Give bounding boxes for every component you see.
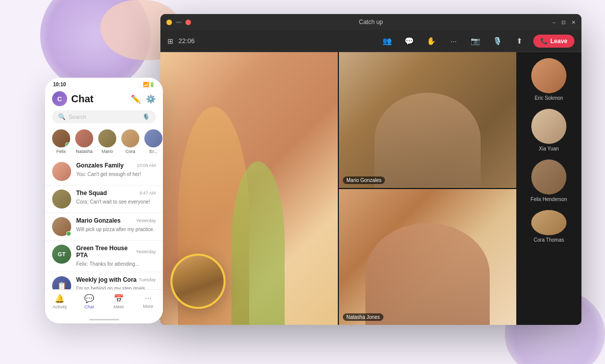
- phone-mockup: 10:10 📶🔋 C Chat ✏️ ⚙️ 🔍 Search 🎙️ Felix …: [45, 78, 163, 323]
- nav-label: More: [143, 304, 153, 309]
- mic-icon[interactable]: 🎙️: [142, 113, 150, 120]
- chat-avatar: [52, 190, 71, 209]
- person-avatar: [144, 129, 162, 147]
- chat-preview: Cora: Can't wait to see everyone!: [76, 199, 150, 205]
- nav-label: Chat: [85, 304, 94, 309]
- person-avatar: [98, 129, 116, 147]
- video-toolbar: ⊞ 22:06 👥 💬 ✋ ··· 📷 🎙️ ⬆ 📞 Leave: [160, 30, 581, 52]
- chat-button[interactable]: 💬: [401, 33, 418, 50]
- nav-activity[interactable]: 🔔 Activity: [45, 294, 75, 309]
- person-name: Mario: [102, 149, 113, 154]
- sidebar-participant-cora[interactable]: Cora Thomas: [516, 210, 581, 243]
- chat-item-gonzales-family[interactable]: Gonzales Family 10:09 AM You: Can't get …: [45, 158, 163, 186]
- person-cora[interactable]: Cora: [121, 129, 139, 154]
- person-eric[interactable]: Er...: [144, 129, 162, 154]
- chat-time: Yesterday: [136, 249, 156, 254]
- search-placeholder: Search: [69, 114, 86, 120]
- chat-time: Yesterday: [136, 218, 156, 223]
- minimize-button[interactable]: [166, 20, 172, 25]
- close-button[interactable]: [185, 20, 191, 25]
- person-name: Er...: [149, 149, 157, 154]
- online-indicator: [65, 142, 70, 147]
- status-icons: 📶🔋: [143, 82, 155, 87]
- participants-button[interactable]: 👥: [379, 33, 396, 50]
- sidebar-avatar-cora: [531, 210, 566, 235]
- chat-time: 10:09 AM: [137, 163, 156, 168]
- sidebar-participant-felix[interactable]: Felix Henderson: [516, 159, 581, 202]
- sidebar-avatar-eric: [531, 58, 566, 93]
- sidebar-participant-xia[interactable]: Xia Yuan: [516, 109, 581, 151]
- user-avatar: C: [52, 91, 67, 106]
- chat-info: Green Tree House PTA Yesterday Felix: Th…: [76, 245, 156, 268]
- search-icon: 🔍: [58, 113, 66, 120]
- sidebar-participant-eric[interactable]: Eric Sokmon: [516, 58, 581, 101]
- restore-icon[interactable]: ⊡: [561, 20, 565, 25]
- window-title: Catch up: [359, 19, 383, 26]
- chat-time: Tuesday: [139, 277, 156, 282]
- chat-item-green-tree[interactable]: GT Green Tree House PTA Yesterday Felix:…: [45, 241, 163, 272]
- minimize-icon[interactable]: –: [552, 20, 555, 25]
- chat-preview: You: Can't get enough of her!: [76, 171, 141, 177]
- chat-info: Gonzales Family 10:09 AM You: Can't get …: [76, 162, 156, 178]
- participant-name-cora: Cora Thomas: [534, 237, 564, 243]
- chat-avatar: [52, 162, 71, 181]
- person-mario[interactable]: Mario: [98, 129, 116, 154]
- sidebar-avatar-xia: [531, 109, 566, 144]
- participant-name-felix: Felix Henderson: [531, 197, 567, 202]
- leave-label: Leave: [550, 38, 567, 45]
- chat-info: The Squad 9:47 AM Cora: Can't wait to se…: [76, 190, 156, 206]
- floating-avatar: [170, 254, 226, 309]
- call-timer: 22:06: [178, 37, 195, 45]
- video-cell-natasha: Natasha Jones: [339, 189, 516, 325]
- person-avatar: [75, 129, 93, 147]
- search-bar[interactable]: 🔍 Search 🎙️: [52, 110, 156, 123]
- window-controls: [166, 20, 191, 25]
- person-name: Natasha: [76, 149, 93, 154]
- video-name-tag-mario: Mario Gonzales: [343, 176, 385, 184]
- nav-meet[interactable]: 📅 Meet: [104, 294, 134, 309]
- filter-icon[interactable]: ⚙️: [146, 94, 156, 104]
- chat-avatar: GT: [52, 245, 71, 264]
- more-options-button[interactable]: ···: [445, 33, 462, 50]
- chat-name: Green Tree House PTA: [76, 245, 136, 259]
- video-cell-mario: Mario Gonzales: [339, 52, 516, 188]
- share-button[interactable]: ⬆: [511, 33, 528, 50]
- participant-name-xia: Xia Yuan: [539, 146, 559, 151]
- status-time: 10:10: [53, 82, 66, 87]
- reactions-button[interactable]: ✋: [423, 33, 440, 50]
- chat-name: Gonzales Family: [76, 162, 124, 169]
- person-avatar: [121, 129, 139, 147]
- chat-avatar: [52, 217, 71, 236]
- nav-label: Activity: [53, 304, 67, 309]
- restore-button[interactable]: [176, 22, 181, 23]
- chat-icon: 💬: [84, 294, 94, 303]
- chat-info: Mario Gonzales Yesterday Will pick up pi…: [76, 217, 156, 233]
- close-icon[interactable]: ✕: [571, 20, 575, 25]
- bottom-nav: 🔔 Activity 💬 Chat 📅 Meet ··· More: [45, 289, 163, 323]
- person-name: Cora: [125, 149, 135, 154]
- phone-title-group: C Chat: [52, 91, 93, 106]
- camera-button[interactable]: 📷: [467, 33, 484, 50]
- person-avatar: [52, 129, 70, 147]
- person-felix[interactable]: Felix: [52, 129, 70, 154]
- header-icons: ✏️ ⚙️: [131, 94, 156, 104]
- chat-preview: Will pick up pizza after my practice.: [76, 227, 154, 232]
- phone-leave-icon: 📞: [540, 38, 548, 45]
- mute-button[interactable]: 🎙️: [489, 33, 506, 50]
- chat-item-the-squad[interactable]: The Squad 9:47 AM Cora: Can't wait to se…: [45, 186, 163, 213]
- chat-item-mario[interactable]: Mario Gonzales Yesterday Will pick up pi…: [45, 213, 163, 241]
- compose-icon[interactable]: ✏️: [131, 94, 141, 104]
- leave-button[interactable]: 📞 Leave: [533, 35, 574, 48]
- meet-icon: 📅: [114, 294, 124, 303]
- window-right-controls: – ⊡ ✕: [552, 20, 575, 25]
- home-indicator: [89, 319, 119, 320]
- more-icon: ···: [145, 294, 151, 303]
- chat-name: Weekly jog with Cora: [76, 276, 136, 283]
- video-name-tag-natasha: Natasha Jones: [343, 313, 383, 321]
- person-natasha[interactable]: Natasha: [75, 129, 93, 154]
- nav-more[interactable]: ··· More: [133, 294, 163, 309]
- nav-chat[interactable]: 💬 Chat: [75, 294, 104, 309]
- nav-label: Meet: [114, 304, 124, 309]
- people-row: Felix Natasha Mario Cora Er...: [45, 127, 163, 158]
- grid-icon[interactable]: ⊞: [167, 37, 173, 45]
